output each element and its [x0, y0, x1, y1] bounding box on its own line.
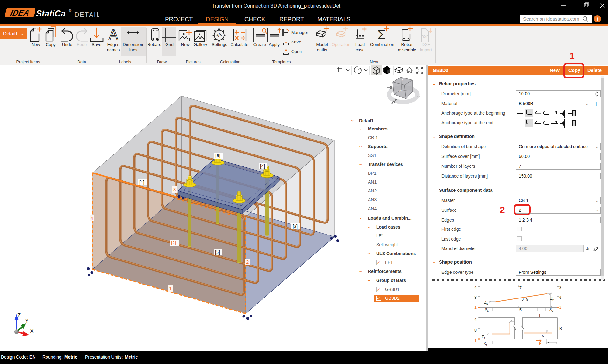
svg-text:[5]: [5] — [215, 250, 220, 255]
svg-text:1: 1 — [169, 286, 172, 291]
svg-text:7: 7 — [519, 286, 522, 290]
svg-text:[1]: [1] — [139, 180, 144, 185]
svg-text:2: 2 — [552, 298, 554, 302]
svg-text:c: c — [548, 339, 549, 344]
svg-text:1: 1 — [486, 344, 487, 347]
svg-text:c: c — [542, 333, 544, 338]
svg-text:[3]: [3] — [293, 224, 298, 229]
svg-text:2: 2 — [559, 305, 561, 310]
svg-text:1: 1 — [487, 309, 489, 312]
svg-text:[6]: [6] — [215, 153, 220, 158]
svg-text:[2]: [2] — [171, 240, 176, 245]
svg-text:5: 5 — [519, 308, 522, 312]
svg-text:T: T — [538, 313, 541, 317]
svg-text:2: 2 — [552, 309, 553, 312]
svg-text:3: 3 — [559, 286, 561, 290]
svg-text:R: R — [559, 326, 562, 331]
svg-text:4: 4 — [91, 215, 93, 221]
svg-text:1: 1 — [486, 302, 488, 305]
svg-text:Y: Y — [25, 318, 28, 324]
svg-text:8: 8 — [474, 295, 477, 300]
svg-text:[4]: [4] — [260, 164, 265, 169]
svg-text:4: 4 — [474, 317, 477, 322]
svg-text:X: X — [30, 328, 34, 334]
svg-text:1: 1 — [474, 305, 477, 310]
svg-text:Z: Z — [17, 312, 21, 318]
svg-text:B: B — [539, 342, 542, 346]
svg-text:Z: Z — [402, 79, 403, 82]
svg-text:2: 2 — [246, 259, 249, 265]
svg-text:8: 8 — [474, 328, 477, 333]
svg-text:6: 6 — [559, 295, 561, 300]
svg-text:1: 1 — [474, 339, 477, 343]
svg-text:+Y: +Y — [398, 90, 402, 93]
svg-text:0=9: 0=9 — [522, 297, 528, 302]
svg-text:4: 4 — [474, 286, 477, 290]
svg-text:1: 1 — [484, 337, 485, 340]
svg-text:3: 3 — [173, 187, 176, 192]
